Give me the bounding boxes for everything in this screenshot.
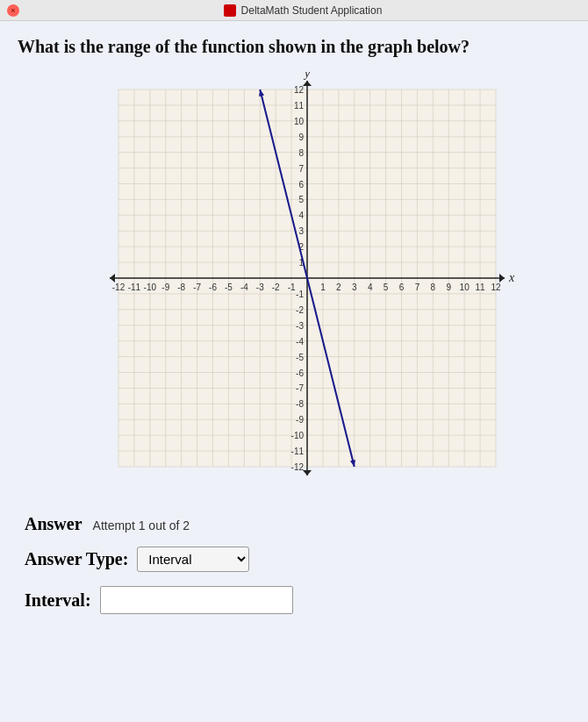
- close-button[interactable]: ×: [7, 4, 19, 17]
- coordinate-graph: [66, 72, 522, 493]
- answer-label: Answer: [25, 514, 82, 533]
- answer-type-select[interactable]: Interval Inequality Set Builder: [137, 547, 249, 572]
- graph-container: [18, 72, 570, 493]
- answer-row: Answer Attempt 1 out of 2: [25, 514, 563, 534]
- titlebar-title: DeltaMath Student Application: [25, 4, 581, 17]
- answer-section: Answer Attempt 1 out of 2 Answer Type: I…: [18, 514, 570, 614]
- interval-label: Interval:: [25, 590, 91, 611]
- titlebar-title-text: DeltaMath Student Application: [241, 4, 383, 17]
- titlebar: × DeltaMath Student Application: [0, 0, 588, 21]
- interval-row: Interval:: [25, 586, 563, 614]
- graph-wrapper: [66, 72, 522, 493]
- answer-type-row: Answer Type: Interval Inequality Set Bui…: [25, 547, 563, 572]
- main-content: What is the range of the function shown …: [0, 21, 588, 722]
- answer-type-label: Answer Type:: [25, 549, 128, 569]
- attempt-text: Attempt 1 out of 2: [93, 518, 190, 533]
- app-icon: [224, 4, 236, 17]
- interval-input[interactable]: [100, 586, 293, 614]
- question-text: What is the range of the function shown …: [18, 35, 570, 58]
